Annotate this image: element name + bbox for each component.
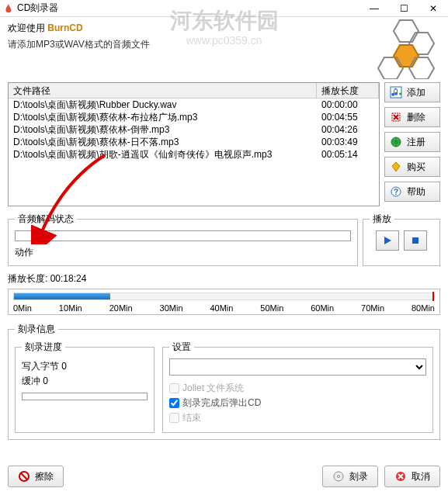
svg-marker-3 [378, 57, 403, 79]
length-prefix: 播放长度: [8, 273, 50, 284]
length-value: 00:18:24 [50, 273, 87, 284]
settings-legend: 设置 [169, 341, 194, 354]
register-button[interactable]: 注册 [384, 132, 440, 152]
header: 欢迎使用 BurnCD 请添加MP3或WAV格式的音频文件 [0, 17, 448, 82]
svg-marker-0 [394, 20, 418, 42]
cancel-icon [394, 470, 407, 483]
tick-label: 60Min [311, 303, 334, 313]
diamond-icon [390, 161, 402, 173]
drive-select[interactable] [169, 358, 426, 376]
svg-point-13 [338, 476, 340, 478]
play-legend: 播放 [370, 213, 394, 226]
svg-marker-2 [394, 45, 418, 67]
buy-button[interactable]: 购买 [384, 157, 440, 177]
file-path: D:\tools\桌面\新视频\胡歌-逍遥叹《仙剑奇侠传》电视原声.mp3 [9, 148, 317, 161]
add-label: 添加 [407, 86, 425, 99]
finalize-label: 结束 [182, 411, 201, 424]
timeline-ticks: 0Min10Min20Min30Min40Min50Min60Min70Min8… [13, 303, 435, 313]
timeline-track[interactable] [13, 292, 435, 300]
buffer-label: 缓冲 [22, 376, 40, 386]
titlebar: CD刻录器 — ☐ ✕ [0, 0, 448, 17]
erase-label: 擦除 [35, 470, 54, 483]
play-group: 播放 [363, 213, 440, 266]
decode-legend: 音频解码状态 [15, 213, 77, 226]
file-path: D:\tools\桌面\新视频\Rubber Ducky.wav [9, 99, 317, 112]
action-label: 动作 [15, 246, 351, 259]
burn-legend: 刻录信息 [15, 323, 58, 336]
buy-label: 购买 [407, 161, 425, 174]
help-label: 帮助 [407, 185, 425, 199]
col-path[interactable]: 文件路径 [9, 83, 317, 98]
footer: 擦除 刻录 取消 [8, 466, 440, 487]
written-value: 0 [61, 361, 67, 372]
finalize-checkbox [169, 413, 179, 423]
play-length-label: 播放长度: 00:18:24 [8, 272, 440, 286]
decode-status-group: 音频解码状态 动作 [8, 213, 358, 266]
window-title: CD刻录器 [17, 2, 363, 15]
close-button[interactable]: ✕ [422, 1, 445, 16]
written-label: 写入字节 [22, 361, 59, 372]
stop-icon [410, 235, 421, 246]
burn-button[interactable]: 刻录 [322, 466, 378, 487]
timeline-filled [14, 293, 110, 299]
burn-info-group: 刻录信息 刻录进度 写入字节 0 缓冲 0 设置 Joliet 文件系统 刻录完… [8, 323, 440, 440]
sidebar-buttons: 添加 删除 注册 购买 ? 帮助 [384, 82, 440, 206]
file-path: D:\tools\桌面\新视频\蔡依林-布拉格广场.mp3 [9, 111, 317, 124]
help-icon: ? [390, 185, 402, 198]
col-duration[interactable]: 播放长度 [317, 83, 379, 98]
table-row[interactable]: D:\tools\桌面\新视频\蔡依林-日不落.mp300:03:49 [9, 136, 379, 148]
settings-group: 设置 Joliet 文件系统 刻录完成后弹出CD 结束 [162, 341, 433, 433]
tick-label: 70Min [361, 303, 384, 313]
table-row[interactable]: D:\tools\桌面\新视频\胡歌-逍遥叹《仙剑奇侠传》电视原声.mp300:… [9, 148, 379, 161]
file-duration: 00:05:14 [317, 149, 379, 160]
music-add-icon [390, 86, 402, 99]
delete-button[interactable]: 删除 [384, 107, 440, 127]
brand-name: BurnCD [47, 22, 82, 33]
play-icon [382, 235, 393, 246]
file-duration: 00:04:55 [317, 112, 379, 123]
stop-button[interactable] [404, 230, 427, 251]
eject-checkbox[interactable] [169, 398, 179, 408]
file-duration: 00:03:49 [317, 137, 379, 147]
burn-progressbar [22, 393, 148, 400]
table-row[interactable]: D:\tools\桌面\新视频\蔡依林-布拉格广场.mp300:04:55 [9, 111, 379, 123]
minimize-button[interactable]: — [363, 1, 386, 16]
progress-legend: 刻录进度 [22, 341, 65, 354]
cancel-label: 取消 [412, 470, 430, 483]
file-duration: 00:04:26 [317, 124, 379, 135]
buffer-value: 0 [43, 376, 48, 386]
tick-label: 30Min [160, 303, 183, 313]
erase-button[interactable]: 擦除 [8, 466, 64, 487]
globe-icon [390, 136, 402, 148]
file-path: D:\tools\桌面\新视频\蔡依林-倒带.mp3 [9, 123, 317, 137]
tick-label: 20Min [109, 303, 133, 313]
cancel-button[interactable]: 取消 [384, 466, 440, 487]
svg-rect-10 [412, 237, 418, 244]
welcome-prefix: 欢迎使用 [8, 22, 47, 33]
joliet-checkbox [169, 383, 179, 393]
table-row[interactable]: D:\tools\桌面\新视频\蔡依林-倒带.mp300:04:26 [9, 123, 379, 136]
svg-text:?: ? [394, 188, 398, 196]
eject-checkbox-row[interactable]: 刻录完成后弹出CD [169, 396, 426, 410]
file-duration: 00:00:00 [317, 99, 379, 110]
disc-icon [332, 470, 345, 483]
play-button[interactable] [376, 230, 399, 251]
timeline-limit-marker [432, 292, 434, 301]
joliet-checkbox-row: Joliet 文件系统 [169, 382, 426, 395]
timeline: 0Min10Min20Min30Min40Min50Min60Min70Min8… [8, 289, 440, 315]
erase-icon [18, 470, 30, 483]
burn-progress-group: 刻录进度 写入字节 0 缓冲 0 [15, 341, 155, 433]
file-list[interactable]: 文件路径 播放长度 D:\tools\桌面\新视频\Rubber Ducky.w… [8, 82, 380, 206]
decode-progress [15, 230, 351, 241]
table-row[interactable]: D:\tools\桌面\新视频\Rubber Ducky.wav00:00:00 [9, 99, 379, 111]
hexagon-logo [370, 19, 440, 79]
tick-label: 0Min [13, 303, 32, 313]
burn-label: 刻录 [349, 470, 368, 483]
file-path: D:\tools\桌面\新视频\蔡依林-日不落.mp3 [9, 136, 317, 149]
add-button[interactable]: 添加 [384, 82, 440, 102]
tick-label: 40Min [210, 303, 233, 313]
eject-label: 刻录完成后弹出CD [182, 396, 261, 410]
maximize-button[interactable]: ☐ [392, 1, 415, 16]
help-button[interactable]: ? 帮助 [384, 182, 440, 202]
register-label: 注册 [407, 136, 425, 149]
